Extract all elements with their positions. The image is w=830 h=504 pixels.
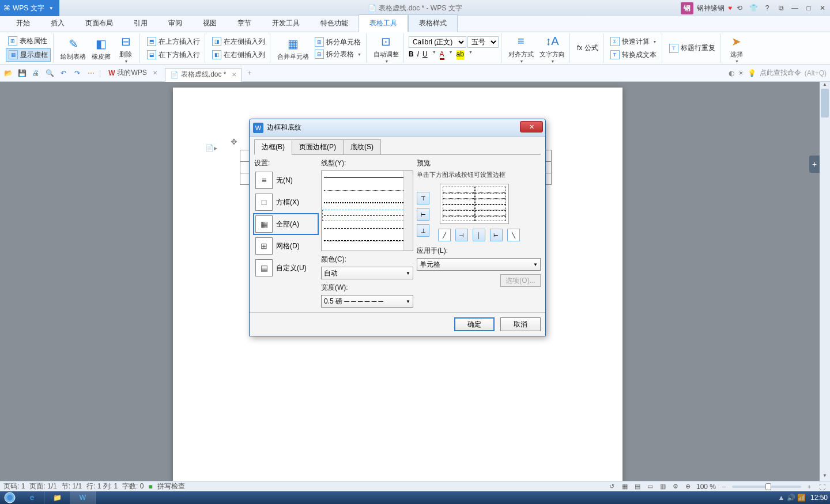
setting-custom[interactable]: ▤自定义(U)	[254, 258, 318, 278]
delete-button[interactable]: ⊟删除▼	[114, 32, 137, 65]
settings-icon[interactable]: ◐	[729, 69, 734, 77]
status-section[interactable]: 节: 1/1	[62, 482, 82, 491]
app-menu-button[interactable]: ⌘ WPS 文字 ▼	[0, 0, 59, 16]
merge-cells-button[interactable]: ▦合并单元格	[275, 35, 311, 62]
print-preview-icon[interactable]: 🔍	[44, 67, 55, 79]
preview-box[interactable]	[440, 184, 509, 224]
zoom-in-button[interactable]: +	[805, 482, 814, 491]
line-list-scrollbar[interactable]	[403, 171, 413, 251]
menu-review[interactable]: 审阅	[158, 15, 193, 32]
menu-tabletools[interactable]: 表格工具	[359, 14, 408, 32]
edge-left-button[interactable]: ⊣	[455, 229, 468, 241]
user-name[interactable]: 钢神缘钢	[695, 3, 727, 13]
maximize-button[interactable]: □	[802, 2, 815, 14]
apply-combo[interactable]: 单元格▼	[417, 258, 541, 271]
more-icon[interactable]: ⋯	[85, 67, 97, 79]
close-tab-icon[interactable]: ✕	[232, 71, 236, 78]
taskbar-explorer[interactable]: 📁	[45, 491, 70, 504]
edge-diag2-button[interactable]: ╲	[507, 229, 520, 241]
edge-diag1-button[interactable]: ╱	[438, 229, 451, 241]
dialog-titlebar[interactable]: W 边框和底纹 ✕	[250, 119, 545, 137]
italic-button[interactable]: I	[417, 50, 419, 60]
insert-col-left-button[interactable]: ◨在左侧插入列	[210, 36, 267, 48]
bold-button[interactable]: B	[409, 50, 414, 60]
insert-col-right-button[interactable]: ◧在右侧插入列	[210, 49, 267, 61]
view-web-icon[interactable]: ▭	[646, 482, 655, 491]
line-style-list[interactable]	[321, 170, 413, 251]
highlight-button[interactable]: ab	[456, 50, 464, 60]
cancel-button[interactable]: 取消	[500, 317, 541, 331]
view-tools-icon[interactable]: ⚙	[671, 482, 680, 491]
search-hint[interactable]: 点此查找命令	[760, 68, 801, 78]
vertical-scrollbar[interactable]: ▲ ▼	[820, 82, 830, 481]
font-family-select[interactable]: Calibri (正文)	[409, 36, 466, 48]
split-table-button[interactable]: ⊟拆分表格▼	[312, 48, 364, 60]
edge-bottom-button[interactable]: ⊥	[417, 224, 429, 237]
edge-mid-h-button[interactable]: ⊢	[417, 208, 429, 221]
zoom-out-button[interactable]: −	[719, 482, 729, 491]
view-print-icon[interactable]: ▦	[620, 482, 629, 491]
menu-insert[interactable]: 插入	[40, 15, 75, 32]
close-tab-icon[interactable]: ✕	[153, 70, 157, 76]
wps-home-tab[interactable]: W 我的WPS ✕	[103, 66, 163, 80]
underline-button[interactable]: U	[422, 50, 428, 60]
save-icon[interactable]: 💾	[16, 67, 28, 79]
eraser-button[interactable]: ◧橡皮擦	[89, 35, 113, 62]
convert-text-button[interactable]: T转换成文本	[608, 49, 659, 61]
color-combo[interactable]: 自动▼	[321, 267, 413, 279]
scroll-down-icon[interactable]: ▼	[820, 473, 830, 481]
status-words[interactable]: 字数: 0	[122, 482, 144, 491]
setting-grid[interactable]: ⊞网格(D)	[254, 236, 318, 256]
taskbar-wps[interactable]: W	[70, 491, 96, 504]
skin-icon[interactable]: 👕	[747, 2, 760, 14]
menu-special[interactable]: 特色功能	[310, 15, 359, 32]
undo-icon[interactable]: ↶	[58, 67, 69, 79]
text-direction-button[interactable]: ↕A文字方向▼	[537, 32, 567, 65]
help-icon[interactable]: ?	[761, 2, 774, 14]
taskbar-clock[interactable]: 12:50	[810, 494, 828, 502]
tab-border[interactable]: 边框(B)	[254, 139, 292, 155]
setting-none[interactable]: ≡无(N)	[254, 170, 318, 190]
dialog-close-button[interactable]: ✕	[520, 121, 543, 132]
zoom-slider[interactable]	[732, 486, 801, 488]
side-panel-handle[interactable]: +	[809, 156, 820, 173]
notification-icon[interactable]: ☀	[738, 69, 744, 77]
split-cells-button[interactable]: ⊞拆分单元格	[312, 36, 364, 48]
tray-icons[interactable]: ▲ 🔊 📶	[778, 494, 806, 502]
width-combo[interactable]: 0.5 磅 ─ ─ ─ ─ ─ ─▼	[321, 295, 413, 308]
status-page[interactable]: 页面: 1/1	[29, 482, 56, 491]
insert-row-above-button[interactable]: ⬒在上方插入行	[145, 36, 202, 48]
setting-box[interactable]: □方框(X)	[254, 192, 318, 212]
show-gridlines-button[interactable]: ▦显示虚框	[6, 48, 51, 62]
menu-tablestyle[interactable]: 表格样式	[408, 14, 458, 32]
insert-row-below-button[interactable]: ⬓在下方插入行	[145, 49, 202, 61]
font-color-button[interactable]: A	[440, 50, 444, 60]
table-properties-button[interactable]: ⊞表格属性	[6, 35, 51, 47]
fullscreen-icon[interactable]: ⛶	[817, 482, 827, 491]
edge-right-button[interactable]: ⊢	[490, 229, 503, 241]
view-outline-icon[interactable]: ▥	[658, 482, 667, 491]
move-handle-icon[interactable]: ✥	[231, 137, 237, 146]
start-button[interactable]	[0, 491, 20, 504]
tab-shading[interactable]: 底纹(S)	[343, 139, 381, 155]
history-icon[interactable]: ↺	[608, 482, 617, 491]
draw-table-button[interactable]: ✎绘制表格	[58, 35, 88, 62]
minimize-button[interactable]: —	[788, 2, 801, 14]
heart-icon[interactable]: ♥	[728, 4, 732, 12]
zoom-percent[interactable]: 100 %	[696, 483, 716, 491]
close-button[interactable]: ✕	[816, 2, 829, 14]
new-tab-button[interactable]: ＋	[244, 67, 255, 79]
menu-start[interactable]: 开始	[6, 15, 40, 32]
font-size-select[interactable]: 五号	[467, 36, 499, 48]
print-icon[interactable]: 🖨	[30, 67, 42, 79]
view-read-icon[interactable]: ▤	[633, 482, 642, 491]
menu-reference[interactable]: 引用	[123, 15, 158, 32]
edge-top-button[interactable]: ⊤	[417, 192, 429, 204]
redo-icon[interactable]: ↷	[71, 67, 83, 79]
menu-devtools[interactable]: 开发工具	[262, 15, 310, 32]
user-badge[interactable]: 钢	[681, 2, 693, 14]
menu-chapter[interactable]: 章节	[227, 15, 262, 32]
view-more-icon[interactable]: ⊕	[684, 482, 693, 491]
menu-view[interactable]: 视图	[193, 15, 227, 32]
open-icon[interactable]: 📂	[2, 67, 14, 79]
